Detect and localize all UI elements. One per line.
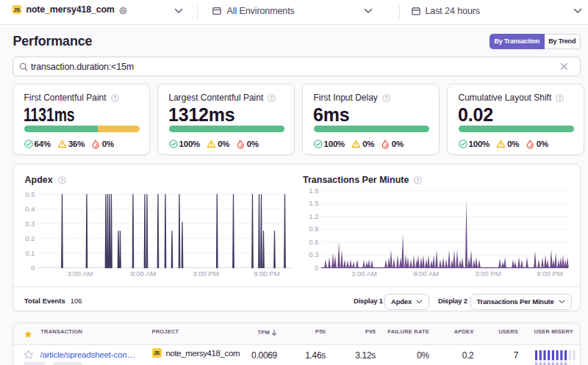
svg-text:9:00 PM: 9:00 PM	[254, 270, 279, 278]
svg-text:3:00 AM: 3:00 AM	[68, 270, 93, 278]
svg-text:1.2: 1.2	[309, 212, 318, 220]
svg-text:1.8: 1.8	[309, 187, 318, 195]
svg-text:3:00 AM: 3:00 AM	[351, 270, 377, 278]
svg-text:0.3: 0.3	[309, 250, 318, 259]
svg-text:0: 0	[315, 264, 318, 272]
svg-text:0.9: 0.9	[309, 225, 318, 233]
svg-text:9:00 AM: 9:00 AM	[131, 270, 157, 278]
svg-text:3:00 PM: 3:00 PM	[193, 270, 218, 278]
svg-text:0.4: 0.4	[25, 205, 35, 213]
svg-text:9:00 AM: 9:00 AM	[413, 270, 439, 278]
svg-text:9:00 PM: 9:00 PM	[537, 270, 562, 278]
svg-text:0.6: 0.6	[309, 238, 318, 246]
svg-text:?: ?	[270, 95, 273, 100]
svg-text:3:00 PM: 3:00 PM	[475, 270, 501, 278]
svg-text:?: ?	[559, 95, 562, 100]
svg-text:0.3: 0.3	[25, 220, 35, 228]
svg-text:?: ?	[384, 95, 387, 100]
svg-text:0.2: 0.2	[25, 234, 35, 242]
svg-text:1.5: 1.5	[309, 199, 318, 207]
svg-text:?: ?	[113, 95, 116, 100]
svg-text:0.1: 0.1	[25, 249, 35, 257]
svg-text:0: 0	[31, 264, 35, 272]
svg-text:0.5: 0.5	[25, 190, 35, 198]
